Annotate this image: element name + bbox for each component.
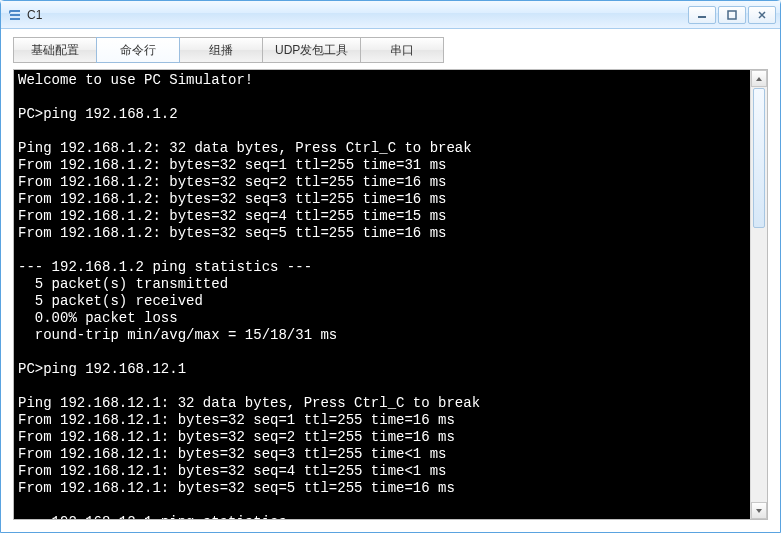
scroll-up-button[interactable] — [751, 70, 767, 87]
tab-label: 基础配置 — [31, 42, 79, 59]
terminal-output[interactable]: Welcome to use PC Simulator! PC>ping 192… — [14, 70, 750, 519]
tab-basic-config[interactable]: 基础配置 — [13, 37, 97, 63]
tab-udp-tool[interactable]: UDP发包工具 — [262, 37, 361, 63]
scroll-down-button[interactable] — [751, 502, 767, 519]
tab-serial[interactable]: 串口 — [360, 37, 444, 63]
close-button[interactable] — [748, 6, 776, 24]
tab-label: 组播 — [209, 42, 233, 59]
tab-label: 命令行 — [120, 42, 156, 59]
tab-label: 串口 — [390, 42, 414, 59]
maximize-button[interactable] — [718, 6, 746, 24]
titlebar[interactable]: C1 — [1, 1, 780, 29]
tab-command-line[interactable]: 命令行 — [96, 37, 180, 63]
tab-bar: 基础配置 命令行 组播 UDP发包工具 串口 — [1, 29, 780, 67]
minimize-button[interactable] — [688, 6, 716, 24]
tab-multicast[interactable]: 组播 — [179, 37, 263, 63]
tab-label: UDP发包工具 — [275, 42, 348, 59]
window-title: C1 — [27, 8, 42, 22]
app-icon — [7, 7, 23, 23]
terminal-frame: Welcome to use PC Simulator! PC>ping 192… — [13, 69, 768, 520]
scroll-thumb[interactable] — [753, 88, 765, 228]
window-buttons — [688, 6, 776, 24]
svg-rect-1 — [728, 11, 736, 19]
app-window: C1 基础配置 命令行 组播 UDP发包工具 串口 Welcome to use… — [0, 0, 781, 533]
scrollbar-vertical[interactable] — [750, 70, 767, 519]
